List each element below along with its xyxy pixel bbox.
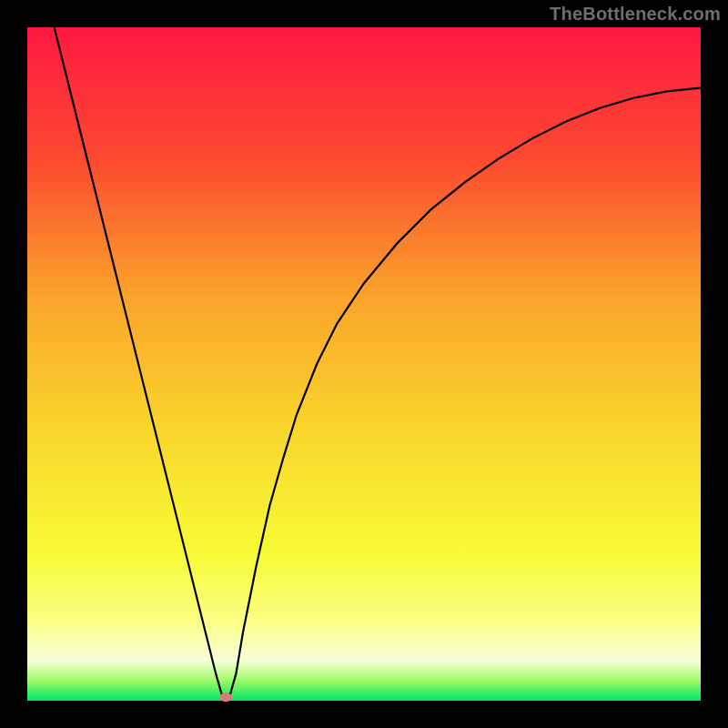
bottleneck-chart (27, 27, 701, 701)
watermark-text: TheBottleneck.com (550, 4, 721, 25)
minimum-marker (219, 693, 232, 702)
chart-frame: TheBottleneck.com (0, 0, 728, 728)
chart-background (27, 27, 701, 701)
